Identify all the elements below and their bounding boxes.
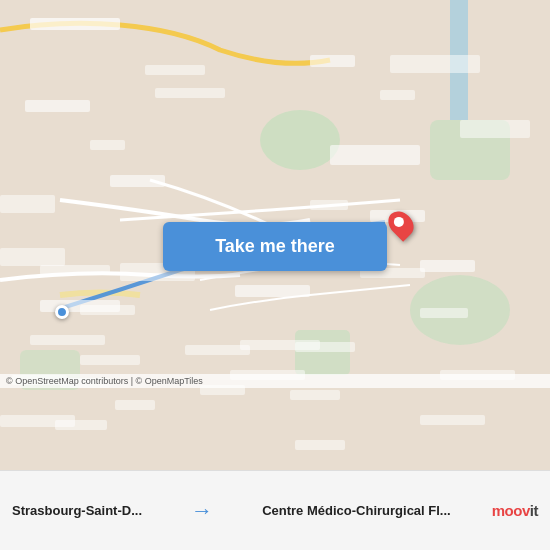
svg-rect-6 (295, 330, 350, 375)
svg-rect-14 (25, 100, 90, 112)
svg-rect-20 (90, 140, 125, 150)
destination-name: Centre Médico-Chirurgical Fl... (262, 503, 451, 518)
svg-rect-45 (420, 415, 485, 425)
destination-section: Centre Médico-Chirurgical Fl... (262, 503, 451, 518)
svg-rect-13 (110, 175, 165, 187)
svg-point-1 (260, 110, 340, 170)
svg-rect-9 (330, 145, 420, 165)
moovit-logo: moovit (492, 502, 538, 519)
svg-rect-23 (40, 265, 110, 275)
svg-rect-39 (80, 355, 140, 365)
svg-rect-33 (460, 120, 530, 138)
svg-rect-19 (155, 88, 225, 98)
svg-rect-18 (145, 65, 205, 75)
svg-rect-11 (420, 260, 475, 272)
svg-rect-26 (30, 335, 105, 345)
svg-rect-42 (390, 55, 480, 73)
svg-rect-36 (310, 200, 348, 210)
svg-rect-44 (295, 440, 345, 450)
origin-marker (55, 305, 69, 319)
take-me-there-button[interactable]: Take me there (163, 222, 387, 271)
svg-rect-21 (0, 195, 55, 213)
svg-rect-8 (310, 55, 355, 67)
svg-rect-7 (30, 18, 120, 30)
svg-rect-31 (290, 390, 340, 400)
svg-rect-46 (55, 420, 107, 430)
route-arrow: → (183, 498, 221, 524)
map-container: Take me there © OpenStreetMap contributo… (0, 0, 550, 470)
svg-rect-29 (115, 400, 155, 410)
footer: Strasbourg-Saint-D... → Centre Médico-Ch… (0, 470, 550, 550)
logo-text-it: it (530, 502, 538, 519)
map-attribution: © OpenStreetMap contributors | © OpenMap… (0, 374, 550, 388)
destination-marker (390, 210, 412, 238)
origin-section: Strasbourg-Saint-D... (12, 503, 142, 518)
svg-rect-12 (235, 285, 310, 297)
svg-rect-43 (240, 340, 320, 350)
logo-text-moov: moov (492, 502, 530, 519)
origin-name: Strasbourg-Saint-D... (12, 503, 142, 518)
svg-rect-24 (80, 305, 135, 315)
svg-rect-22 (0, 248, 65, 266)
svg-rect-32 (420, 308, 468, 318)
svg-rect-35 (380, 90, 415, 100)
